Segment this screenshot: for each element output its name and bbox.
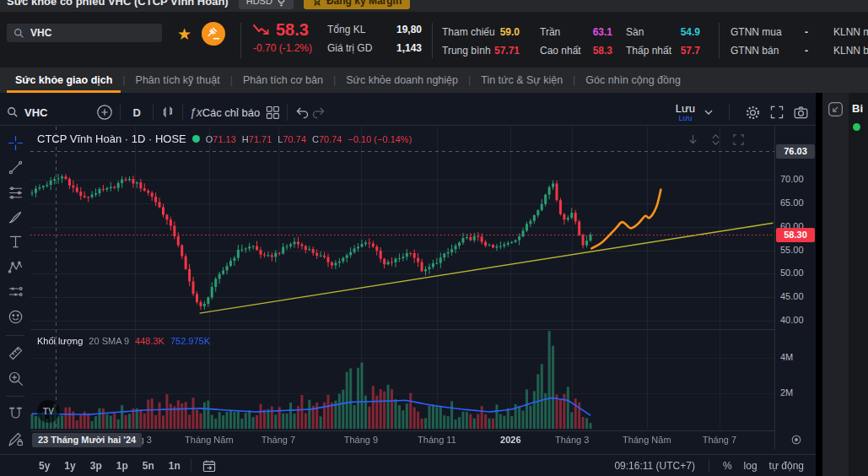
pane-collapse-icon[interactable] — [708, 132, 723, 147]
pane-maximize-icon[interactable] — [731, 132, 746, 147]
toggle-percent[interactable]: % — [723, 460, 732, 472]
camera-snapshot-icon[interactable] — [793, 105, 809, 121]
toggle-log[interactable]: log — [744, 460, 757, 472]
quote-board-row: KLNN bán — [833, 41, 868, 60]
quote-board-row: Cao nhất58.3 — [540, 41, 612, 60]
magnet-icon[interactable] — [3, 405, 27, 424]
ruler-icon[interactable] — [3, 343, 27, 362]
range-3p[interactable]: 3p — [90, 460, 102, 472]
divider — [432, 23, 433, 58]
fullscreen-icon[interactable] — [769, 105, 784, 120]
tab-2[interactable]: Phân tích kỹ thuật — [127, 68, 229, 93]
panel-gutter — [816, 93, 822, 476]
range-buttons: 5y1y3p1p5n1n — [39, 460, 181, 472]
collapse-panel-icon[interactable] — [827, 100, 844, 118]
chart-bottom-bar: 5y1y3p1p5n1n 09:16:11 (UTC+7) %logtự độn… — [0, 454, 816, 476]
tab-6[interactable]: Góc nhìn cộng đồng — [577, 68, 689, 93]
zoom-in-icon[interactable] — [3, 369, 27, 387]
indicators-fx-icon[interactable]: ƒx — [190, 105, 202, 119]
toggle-tự động[interactable]: tự động — [769, 460, 804, 472]
quote-board-column: GTNN mua-GTNN bán- — [731, 23, 808, 60]
time-tick: Tháng 7 — [703, 435, 736, 445]
collapse-panel-strip — [822, 93, 849, 476]
tab-separator: | — [229, 74, 235, 86]
range-1n[interactable]: 1n — [169, 460, 181, 472]
axis-settings-corner[interactable] — [774, 430, 817, 449]
trading-app: Sức khỏe cổ phiếu VHC (CTCP Vĩnh Hoàn) H… — [0, 0, 868, 476]
crosshair-icon[interactable] — [3, 133, 27, 152]
price-chart-canvas[interactable] — [30, 127, 774, 430]
ohlc-change: −0.10 (−0.14%) — [348, 134, 412, 144]
favorite-star-icon[interactable]: ★ — [177, 26, 191, 42]
ohlc-pair: L70.74 — [278, 134, 306, 144]
tradingview-logo[interactable]: TV — [37, 400, 60, 423]
right-panel-status-dot — [853, 123, 860, 131]
quote-label: GTNN mua — [731, 23, 782, 41]
range-1y[interactable]: 1y — [64, 460, 75, 472]
forecast-icon[interactable] — [3, 283, 27, 301]
chevron-down-icon[interactable] — [704, 107, 714, 117]
axis-settings-icon[interactable] — [790, 434, 802, 446]
layout-grid-icon[interactable] — [265, 105, 280, 120]
hdsd-badge[interactable]: HDSD — [239, 0, 294, 9]
pane-move-down-icon[interactable] — [685, 132, 700, 147]
tab-4[interactable]: Sức khỏe doanh nghiệp — [337, 68, 466, 93]
crosshair-price-badge: 76.03 — [776, 144, 815, 159]
brush-icon[interactable] — [3, 208, 27, 226]
save-button[interactable]: Lưu Lưu — [676, 103, 695, 122]
ohlc-value: 71.71 — [249, 134, 272, 144]
add-symbol-icon[interactable] — [96, 104, 113, 121]
tab-separator: | — [466, 74, 472, 86]
clock-label[interactable]: 09:16:11 (UTC+7) — [614, 460, 695, 472]
quote-value: - — [805, 23, 808, 41]
range-5y[interactable]: 5y — [39, 460, 50, 472]
chart-legend[interactable]: CTCP Vĩnh Hoàn · 1D · HOSE O71.13H71.71L… — [37, 133, 412, 145]
lightbulb-icon — [277, 0, 286, 7]
symbol-search-input[interactable]: VHC — [7, 24, 162, 42]
ohlc-pair: H71.71 — [242, 134, 272, 144]
ohlc-key: C — [312, 134, 319, 144]
fib-retracement-icon[interactable] — [3, 183, 27, 202]
tab-3[interactable]: Phân tích cơ bản — [235, 68, 332, 93]
indicators-button[interactable]: Các chỉ báo — [202, 106, 261, 119]
goto-date-icon[interactable] — [202, 458, 217, 473]
register-margin-button[interactable]: Đăng ký Margin — [304, 0, 410, 9]
tab-separator: | — [571, 74, 577, 86]
quote-value: 57.7 — [681, 41, 700, 60]
time-tick: Tháng Năm — [185, 435, 233, 445]
settings-gear-icon[interactable] — [745, 105, 761, 121]
page-title: Sức khỏe cổ phiếu VHC (CTCP Vĩnh Hoàn) — [7, 0, 229, 8]
text-icon[interactable] — [3, 233, 27, 252]
chart-style-icon[interactable] — [160, 105, 175, 120]
emoji-icon[interactable] — [3, 307, 27, 326]
interval-button[interactable]: D — [127, 106, 145, 119]
chart-toolbar: VHC D ƒx Các chỉ báo Lưu Lưu — [0, 100, 816, 126]
time-tick: Tháng 11 — [418, 435, 456, 445]
redo-icon[interactable] — [310, 105, 326, 121]
top-header-strip: Sức khỏe cổ phiếu VHC (CTCP Vĩnh Hoàn) H… — [0, 0, 868, 12]
tools-divider — [6, 396, 24, 397]
chart-symbol[interactable]: VHC — [24, 106, 47, 119]
right-side-panel[interactable]: Bi — [849, 93, 868, 476]
time-axis[interactable]: 23 Tháng Mười hai '24 Tháng 3Tháng NămTh… — [30, 430, 774, 450]
auction-gavel-icon[interactable] — [202, 22, 225, 46]
draw-lock-icon[interactable] — [3, 430, 27, 449]
tab-1[interactable]: Sức khỏe giao dịch — [7, 68, 121, 93]
xabcd-pattern-icon[interactable] — [3, 257, 27, 276]
quote-board-column: KLNN muaKLNN bán — [833, 23, 868, 60]
range-1p[interactable]: 1p — [116, 460, 128, 472]
tab-5[interactable]: Tin tức & Sự kiện — [472, 68, 571, 93]
trend-down-arrow-icon — [253, 24, 271, 36]
quote-board-row: Tham chiếu59.0 — [442, 23, 520, 41]
undo-icon[interactable] — [294, 105, 310, 121]
tools-divider — [6, 335, 24, 336]
quote-label: Thấp nhất — [626, 41, 671, 60]
tab-separator: | — [121, 74, 127, 86]
ohlc-pair: C70.74 — [312, 134, 342, 144]
volume-legend[interactable]: Khối lượng 20 SMA 9 448.3K 752.975K — [37, 336, 210, 346]
range-5n[interactable]: 5n — [143, 460, 154, 472]
trendline-icon[interactable] — [3, 158, 27, 176]
chart-search-icon[interactable] — [7, 106, 19, 118]
price-axis[interactable]: 70.0065.0060.0055.0050.0045.0040.004M2M7… — [774, 127, 817, 430]
price-tick: 45.00 — [780, 291, 804, 301]
